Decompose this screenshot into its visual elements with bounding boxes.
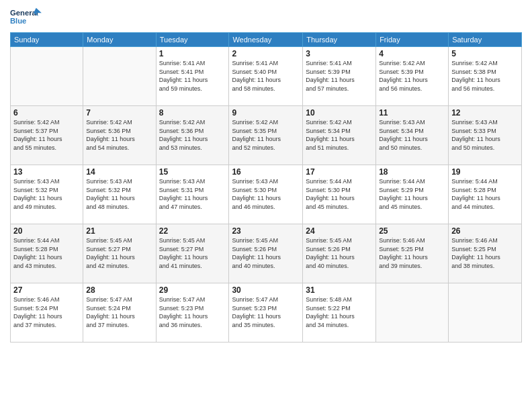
weekday-header-thursday: Thursday — [303, 33, 376, 47]
calendar-day-cell: 5Sunrise: 5:42 AM Sunset: 5:38 PM Daylig… — [449, 47, 522, 106]
day-info: Sunrise: 5:43 AM Sunset: 5:34 PM Dayligh… — [379, 118, 445, 152]
calendar-day-cell: 31Sunrise: 5:48 AM Sunset: 5:22 PM Dayli… — [303, 283, 376, 342]
calendar-day-cell: 13Sunrise: 5:43 AM Sunset: 5:32 PM Dayli… — [11, 165, 83, 224]
day-info: Sunrise: 5:46 AM Sunset: 5:25 PM Dayligh… — [451, 236, 519, 270]
calendar-week-row: 1Sunrise: 5:41 AM Sunset: 5:41 PM Daylig… — [11, 47, 522, 106]
svg-text:Blue: Blue — [10, 17, 26, 25]
day-number: 8 — [159, 108, 226, 118]
calendar-day-cell — [449, 283, 522, 342]
weekday-header-saturday: Saturday — [449, 33, 522, 47]
day-info: Sunrise: 5:47 AM Sunset: 5:23 PM Dayligh… — [159, 295, 226, 329]
day-info: Sunrise: 5:44 AM Sunset: 5:30 PM Dayligh… — [306, 177, 373, 211]
weekday-header-sunday: Sunday — [11, 33, 83, 47]
weekday-header-friday: Friday — [376, 33, 449, 47]
calendar-day-cell: 23Sunrise: 5:45 AM Sunset: 5:26 PM Dayli… — [229, 224, 303, 283]
calendar-day-cell: 4Sunrise: 5:42 AM Sunset: 5:39 PM Daylig… — [376, 47, 449, 106]
day-info: Sunrise: 5:48 AM Sunset: 5:22 PM Dayligh… — [306, 295, 373, 329]
day-number: 18 — [379, 167, 445, 177]
calendar-header-row: SundayMondayTuesdayWednesdayThursdayFrid… — [11, 33, 522, 47]
day-number: 21 — [86, 226, 152, 236]
calendar-day-cell: 18Sunrise: 5:44 AM Sunset: 5:29 PM Dayli… — [376, 165, 449, 224]
day-info: Sunrise: 5:41 AM Sunset: 5:41 PM Dayligh… — [159, 59, 226, 93]
day-info: Sunrise: 5:44 AM Sunset: 5:28 PM Dayligh… — [13, 236, 80, 270]
calendar-day-cell: 27Sunrise: 5:46 AM Sunset: 5:24 PM Dayli… — [11, 283, 83, 342]
day-number: 29 — [159, 285, 226, 295]
calendar-day-cell: 20Sunrise: 5:44 AM Sunset: 5:28 PM Dayli… — [11, 224, 83, 283]
calendar-day-cell: 19Sunrise: 5:44 AM Sunset: 5:28 PM Dayli… — [449, 165, 522, 224]
day-number: 15 — [159, 167, 226, 177]
day-number: 2 — [232, 49, 300, 58]
day-info: Sunrise: 5:45 AM Sunset: 5:27 PM Dayligh… — [86, 236, 152, 270]
logo: GeneralBlue — [10, 7, 44, 28]
day-info: Sunrise: 5:45 AM Sunset: 5:26 PM Dayligh… — [232, 236, 300, 270]
day-info: Sunrise: 5:42 AM Sunset: 5:34 PM Dayligh… — [306, 118, 373, 152]
day-number: 9 — [232, 108, 300, 118]
day-number: 25 — [379, 226, 445, 236]
day-info: Sunrise: 5:43 AM Sunset: 5:30 PM Dayligh… — [232, 177, 300, 211]
calendar-day-cell: 28Sunrise: 5:47 AM Sunset: 5:24 PM Dayli… — [83, 283, 156, 342]
day-number: 5 — [451, 49, 519, 58]
day-info: Sunrise: 5:41 AM Sunset: 5:40 PM Dayligh… — [232, 59, 300, 93]
day-number: 12 — [451, 108, 519, 118]
calendar-day-cell: 1Sunrise: 5:41 AM Sunset: 5:41 PM Daylig… — [156, 47, 229, 106]
calendar-day-cell — [11, 47, 83, 106]
calendar-day-cell: 29Sunrise: 5:47 AM Sunset: 5:23 PM Dayli… — [156, 283, 229, 342]
calendar-day-cell: 7Sunrise: 5:42 AM Sunset: 5:36 PM Daylig… — [83, 106, 156, 165]
calendar-day-cell — [83, 47, 156, 106]
day-info: Sunrise: 5:42 AM Sunset: 5:37 PM Dayligh… — [13, 118, 80, 152]
calendar-day-cell: 21Sunrise: 5:45 AM Sunset: 5:27 PM Dayli… — [83, 224, 156, 283]
calendar-day-cell: 26Sunrise: 5:46 AM Sunset: 5:25 PM Dayli… — [449, 224, 522, 283]
day-number: 31 — [306, 285, 373, 295]
day-number: 17 — [306, 167, 373, 177]
day-info: Sunrise: 5:47 AM Sunset: 5:23 PM Dayligh… — [232, 295, 300, 329]
day-info: Sunrise: 5:42 AM Sunset: 5:36 PM Dayligh… — [86, 118, 152, 152]
day-info: Sunrise: 5:43 AM Sunset: 5:32 PM Dayligh… — [13, 177, 80, 211]
weekday-header-tuesday: Tuesday — [156, 33, 229, 47]
calendar-day-cell: 2Sunrise: 5:41 AM Sunset: 5:40 PM Daylig… — [229, 47, 303, 106]
day-number: 1 — [159, 49, 226, 58]
day-info: Sunrise: 5:46 AM Sunset: 5:24 PM Dayligh… — [13, 295, 80, 329]
day-info: Sunrise: 5:44 AM Sunset: 5:29 PM Dayligh… — [379, 177, 445, 211]
day-number: 23 — [232, 226, 300, 236]
calendar-day-cell: 10Sunrise: 5:42 AM Sunset: 5:34 PM Dayli… — [303, 106, 376, 165]
day-info: Sunrise: 5:41 AM Sunset: 5:39 PM Dayligh… — [306, 59, 373, 93]
day-number: 20 — [13, 226, 80, 236]
day-info: Sunrise: 5:45 AM Sunset: 5:26 PM Dayligh… — [306, 236, 373, 270]
logo-icon: GeneralBlue — [10, 7, 44, 28]
calendar-week-row: 27Sunrise: 5:46 AM Sunset: 5:24 PM Dayli… — [11, 283, 522, 342]
day-number: 3 — [306, 49, 373, 58]
day-number: 28 — [86, 285, 152, 295]
calendar-day-cell: 8Sunrise: 5:42 AM Sunset: 5:36 PM Daylig… — [156, 106, 229, 165]
day-info: Sunrise: 5:43 AM Sunset: 5:31 PM Dayligh… — [159, 177, 226, 211]
day-number: 24 — [306, 226, 373, 236]
calendar-day-cell: 11Sunrise: 5:43 AM Sunset: 5:34 PM Dayli… — [376, 106, 449, 165]
day-info: Sunrise: 5:42 AM Sunset: 5:39 PM Dayligh… — [379, 59, 445, 93]
day-info: Sunrise: 5:47 AM Sunset: 5:24 PM Dayligh… — [86, 295, 152, 329]
day-number: 22 — [159, 226, 226, 236]
day-number: 26 — [451, 226, 519, 236]
day-number: 4 — [379, 49, 445, 58]
day-info: Sunrise: 5:45 AM Sunset: 5:27 PM Dayligh… — [159, 236, 226, 270]
calendar-week-row: 6Sunrise: 5:42 AM Sunset: 5:37 PM Daylig… — [11, 106, 522, 165]
calendar-day-cell: 6Sunrise: 5:42 AM Sunset: 5:37 PM Daylig… — [11, 106, 83, 165]
day-number: 27 — [13, 285, 80, 295]
day-number: 7 — [86, 108, 152, 118]
calendar-table: SundayMondayTuesdayWednesdayThursdayFrid… — [10, 32, 522, 342]
day-number: 13 — [13, 167, 80, 177]
day-info: Sunrise: 5:46 AM Sunset: 5:25 PM Dayligh… — [379, 236, 445, 270]
day-info: Sunrise: 5:42 AM Sunset: 5:38 PM Dayligh… — [451, 59, 519, 93]
day-info: Sunrise: 5:42 AM Sunset: 5:36 PM Dayligh… — [159, 118, 226, 152]
calendar-week-row: 13Sunrise: 5:43 AM Sunset: 5:32 PM Dayli… — [11, 165, 522, 224]
calendar-day-cell: 12Sunrise: 5:43 AM Sunset: 5:33 PM Dayli… — [449, 106, 522, 165]
page-header: GeneralBlue — [10, 7, 522, 28]
calendar-day-cell: 25Sunrise: 5:46 AM Sunset: 5:25 PM Dayli… — [376, 224, 449, 283]
day-number: 19 — [451, 167, 519, 177]
day-info: Sunrise: 5:44 AM Sunset: 5:28 PM Dayligh… — [451, 177, 519, 211]
calendar-week-row: 20Sunrise: 5:44 AM Sunset: 5:28 PM Dayli… — [11, 224, 522, 283]
calendar-day-cell: 24Sunrise: 5:45 AM Sunset: 5:26 PM Dayli… — [303, 224, 376, 283]
calendar-day-cell: 15Sunrise: 5:43 AM Sunset: 5:31 PM Dayli… — [156, 165, 229, 224]
calendar-day-cell: 16Sunrise: 5:43 AM Sunset: 5:30 PM Dayli… — [229, 165, 303, 224]
calendar-day-cell — [376, 283, 449, 342]
weekday-header-wednesday: Wednesday — [229, 33, 303, 47]
calendar-day-cell: 22Sunrise: 5:45 AM Sunset: 5:27 PM Dayli… — [156, 224, 229, 283]
